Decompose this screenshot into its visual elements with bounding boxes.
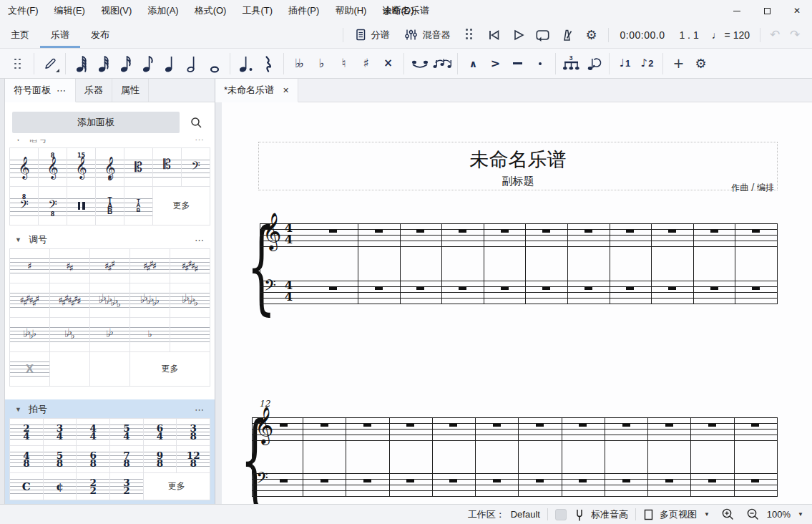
palette-search-button[interactable] xyxy=(185,112,207,133)
palette-item-clef[interactable]: 𝄞 xyxy=(10,148,38,186)
whole-rest[interactable] xyxy=(375,287,383,290)
whole-rest[interactable] xyxy=(579,424,587,427)
whole-rest[interactable] xyxy=(406,424,414,427)
add-plus-button[interactable]: + xyxy=(667,53,690,74)
whole-rest[interactable] xyxy=(536,480,544,482)
note-32nd-button[interactable] xyxy=(92,53,114,74)
dock-resize-strip[interactable] xyxy=(0,79,5,504)
whole-rest[interactable] xyxy=(280,424,288,427)
whole-rest[interactable] xyxy=(493,424,501,427)
whole-rest[interactable] xyxy=(668,230,676,233)
metronome-button[interactable] xyxy=(555,24,579,46)
whole-rest[interactable] xyxy=(752,287,760,290)
palette-tab-属性[interactable]: 属性 xyxy=(112,79,149,102)
mixer-button[interactable]: 混音器 xyxy=(397,24,458,46)
menu-item-2[interactable]: 编辑(E) xyxy=(47,0,93,21)
playback-time[interactable]: 0:00:00.0 xyxy=(613,29,672,41)
double-sharp-button[interactable]: × xyxy=(377,53,399,74)
palette-item-clef[interactable]: 𝄡 xyxy=(153,148,181,186)
workspace-control[interactable]: 工作区： Default xyxy=(468,508,540,521)
whole-rest[interactable] xyxy=(363,424,371,427)
section-menu-icon[interactable]: ⋯ xyxy=(195,404,205,415)
whole-rest[interactable] xyxy=(416,287,424,290)
palette-item-time-signature[interactable]: 48 xyxy=(10,446,43,472)
tab-close-icon[interactable]: ✕ xyxy=(283,86,289,95)
palette-item-time-signature[interactable]: 34 xyxy=(44,419,77,445)
palette-item-tab-clef[interactable]: TAB xyxy=(124,187,152,225)
palette-item-clef[interactable]: 𝄡 xyxy=(124,148,152,186)
palette-item-clef[interactable]: 𝄞8 xyxy=(96,148,124,186)
palette-section-header-keysigs[interactable]: ▼调号⋯ xyxy=(9,231,210,248)
whole-rest[interactable] xyxy=(493,480,501,482)
loop-button[interactable] xyxy=(531,24,555,46)
palette-item-key-signature[interactable]: ♯♯♯♯♯♯♯ xyxy=(50,283,89,317)
note-half-button[interactable] xyxy=(181,53,203,74)
tempo-display[interactable]: ♩ = 120 xyxy=(706,29,755,41)
natural-button[interactable]: ♮ xyxy=(333,53,355,74)
flip-direction-button[interactable] xyxy=(582,53,605,74)
palette-section-header-timesigs[interactable]: ▼拍号⋯ xyxy=(9,401,210,418)
treble-clef[interactable]: 𝄞 xyxy=(263,215,282,247)
whole-rest[interactable] xyxy=(406,480,414,482)
tuplet-button[interactable]: 3 xyxy=(560,53,582,74)
palette-item-time-signature[interactable]: 24 xyxy=(10,419,43,445)
palette-item-time-signature[interactable]: 58 xyxy=(44,446,77,472)
note-8th-button[interactable] xyxy=(137,53,159,74)
note-quarter-button[interactable] xyxy=(159,53,181,74)
menu-item-3[interactable]: 视图(V) xyxy=(93,0,140,21)
whole-rest[interactable] xyxy=(751,424,759,427)
palette-item-time-signature[interactable]: 44 xyxy=(77,419,109,445)
palette-item-tab-clef[interactable]: TAB xyxy=(96,187,124,225)
zoom-out-button[interactable] xyxy=(746,508,760,521)
redo-button[interactable]: ↷ xyxy=(785,27,805,42)
staccato-button[interactable] xyxy=(529,53,551,74)
palette-item-time-signature[interactable]: C xyxy=(10,473,43,500)
palette-item-key-signature[interactable]: ♭♭ xyxy=(90,318,129,351)
whole-rest[interactable] xyxy=(375,230,383,233)
whole-rest[interactable] xyxy=(752,230,760,233)
menu-item-8[interactable]: 帮助(H) xyxy=(327,0,374,21)
ribbon-tab-乐谱[interactable]: 乐谱 xyxy=(40,21,80,48)
bass-clef[interactable]: 𝄢 xyxy=(256,470,268,489)
whole-rest[interactable] xyxy=(584,230,592,233)
palette-item-time-signature[interactable]: 22 xyxy=(77,473,109,500)
palette-item-clef[interactable]: 𝄞8 xyxy=(39,148,67,186)
palette-item-time-signature[interactable]: 38 xyxy=(177,419,210,445)
whole-rest[interactable] xyxy=(708,424,716,427)
minimize-button[interactable] xyxy=(722,0,752,21)
score-title[interactable]: 未命名乐谱 xyxy=(259,147,777,173)
augmentation-dot-button[interactable] xyxy=(235,53,257,74)
palette-item-clef[interactable]: 𝄞15 xyxy=(67,148,95,186)
palette-item-key-signature[interactable]: ♯♯ xyxy=(50,249,89,283)
whole-rest[interactable] xyxy=(579,480,587,482)
note-16th-button[interactable] xyxy=(114,53,137,74)
palette-item-key-signature[interactable]: ♭♭♭♭♭ xyxy=(170,283,210,317)
tie-button[interactable] xyxy=(409,53,431,74)
whole-rest[interactable] xyxy=(536,424,544,427)
time-signature[interactable]: 44 xyxy=(283,223,295,246)
palette-item-key-signature[interactable]: ♭♭♭ xyxy=(50,318,89,351)
ribbon-tab-发布[interactable]: 发布 xyxy=(80,21,120,48)
add-palette-button[interactable]: 添加面板 xyxy=(12,112,180,133)
whole-rest[interactable] xyxy=(751,480,759,482)
whole-rest[interactable] xyxy=(708,480,716,482)
whole-rest[interactable] xyxy=(501,230,509,233)
whole-rest[interactable] xyxy=(710,230,718,233)
view-mode-select[interactable]: 多页视图 ▼ xyxy=(643,508,710,521)
bass-clef[interactable]: 𝄢 xyxy=(264,278,276,296)
whole-rest[interactable] xyxy=(584,287,592,290)
whole-rest[interactable] xyxy=(542,287,550,290)
menu-item-5[interactable]: 格式(O) xyxy=(187,0,235,21)
whole-rest[interactable] xyxy=(416,230,424,233)
whole-rest[interactable] xyxy=(329,287,337,290)
palette-tab-乐器[interactable]: 乐器 xyxy=(76,79,112,102)
whole-rest[interactable] xyxy=(710,287,718,290)
palette-item-time-signature[interactable]: ¢ xyxy=(44,473,77,500)
time-signature[interactable]: 44 xyxy=(283,280,295,303)
palette-item-clef[interactable]: 𝄢 xyxy=(182,148,210,186)
whole-rest[interactable] xyxy=(665,480,673,482)
palette-item-key-signature[interactable]: ♭♭♭♭ xyxy=(10,318,49,351)
section-menu-icon[interactable]: ⋯ xyxy=(195,140,205,145)
palette-tab-符号面板[interactable]: 符号面板⋯ xyxy=(5,79,76,102)
score-canvas[interactable]: 未命名乐谱 副标题 作曲 / 编排 {𝄞𝄢444412{𝄞𝄢 xyxy=(215,102,812,504)
